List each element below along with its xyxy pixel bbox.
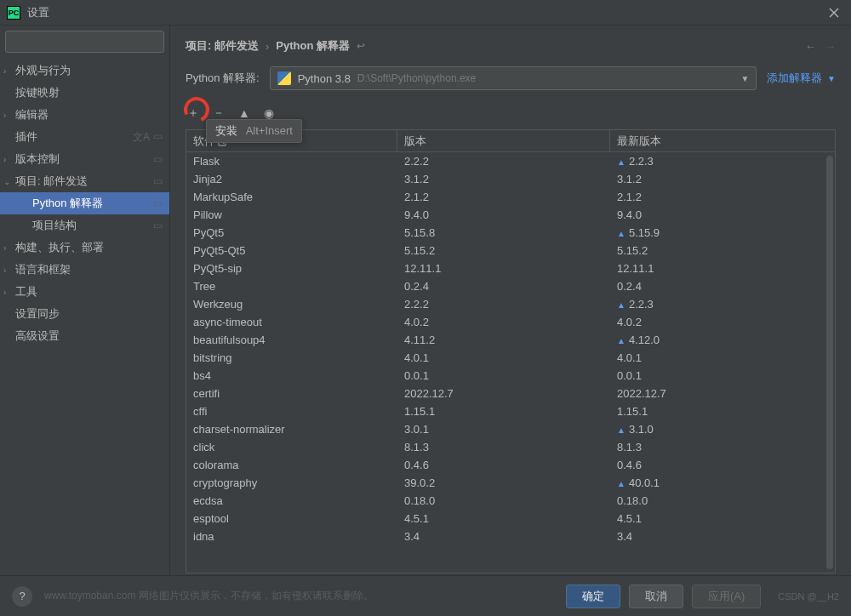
sidebar-item[interactable]: ⌄项目: 邮件发送▭: [0, 170, 169, 192]
table-row[interactable]: Jinja23.1.23.1.2: [186, 170, 835, 188]
cell-name: Jinja2: [186, 173, 397, 185]
interpreter-label: Python 解释器:: [186, 71, 260, 86]
chevron-down-icon: ▼: [827, 74, 836, 83]
table-row[interactable]: Pillow9.4.09.4.0: [186, 206, 835, 224]
cell-latest: 12.11.1: [610, 262, 835, 275]
table-row[interactable]: bitstring4.0.14.0.1: [186, 349, 835, 367]
sidebar-item[interactable]: ›编辑器: [0, 104, 169, 126]
close-icon: [829, 8, 839, 18]
cancel-button[interactable]: 取消: [629, 585, 683, 608]
reset-icon[interactable]: ↩: [357, 40, 365, 52]
nav-back-icon[interactable]: ←: [805, 40, 816, 53]
watermark-text: www.toymoban.com 网络图片仅供展示，不存储，如有侵权请联系删除。: [44, 589, 374, 603]
cell-name: charset-normalizer: [186, 423, 397, 436]
cell-version: 2.2.2: [397, 298, 610, 311]
table-row[interactable]: ecdsa0.18.00.18.0: [186, 492, 835, 510]
header-latest[interactable]: 最新版本: [610, 130, 835, 151]
add-package-button[interactable]: ＋: [187, 106, 199, 121]
chevron-down-icon: ▼: [741, 74, 750, 83]
table-row[interactable]: cryptography39.0.2▲40.0.1: [186, 474, 835, 492]
sidebar-item[interactable]: Python 解释器▭: [0, 192, 169, 214]
sidebar-item[interactable]: 项目结构▭: [0, 214, 169, 237]
upgrade-package-button[interactable]: ▲: [238, 106, 250, 120]
cell-latest: 2022.12.7: [610, 387, 835, 400]
sidebar-item[interactable]: ›工具: [0, 281, 169, 303]
table-row[interactable]: PyQt55.15.8▲5.15.9: [186, 224, 835, 242]
cell-version: 1.15.1: [397, 405, 610, 418]
table-row[interactable]: idna3.43.4: [186, 528, 835, 545]
help-button[interactable]: ?: [12, 586, 32, 607]
sidebar-item[interactable]: ›语言和框架: [0, 259, 169, 281]
sidebar-item[interactable]: ›外观与行为: [0, 60, 169, 82]
project-scope-icon: ▭: [153, 130, 163, 145]
table-row[interactable]: PyQt5-Qt55.15.25.15.2: [186, 242, 835, 260]
cell-latest: ▲4.12.0: [610, 334, 835, 346]
table-row[interactable]: colorama0.4.60.4.6: [186, 456, 835, 474]
show-early-releases-button[interactable]: ◉: [264, 106, 274, 120]
chevron-right-icon: ›: [3, 111, 15, 120]
table-row[interactable]: MarkupSafe2.1.22.1.2: [186, 188, 835, 206]
sidebar-item[interactable]: 设置同步: [0, 303, 169, 325]
update-available-icon: ▲: [617, 229, 625, 238]
table-row[interactable]: charset-normalizer3.0.1▲3.1.0: [186, 420, 835, 438]
project-scope-icon: ▭: [153, 220, 163, 231]
sidebar-item-label: 编辑器: [15, 107, 49, 123]
apply-button[interactable]: 应用(A): [692, 585, 761, 608]
sidebar-item[interactable]: 高级设置: [0, 325, 169, 347]
table-row[interactable]: async-timeout4.0.24.0.2: [186, 313, 835, 331]
sidebar-item[interactable]: ›构建、执行、部署: [0, 237, 169, 259]
scrollbar[interactable]: [826, 156, 833, 569]
chevron-right-icon: ›: [3, 66, 15, 76]
project-scope-icon: ▭: [153, 153, 163, 165]
breadcrumb-page: Python 解释器: [276, 38, 350, 54]
cell-name: async-timeout: [186, 316, 397, 328]
tooltip-shortcut: Alt+Insert: [246, 124, 293, 137]
table-row[interactable]: Werkzeug2.2.2▲2.2.3: [186, 295, 835, 313]
table-row[interactable]: Tree0.2.40.2.4: [186, 277, 835, 295]
table-row[interactable]: esptool4.5.14.5.1: [186, 510, 835, 528]
table-row[interactable]: beautifulsoup44.11.2▲4.12.0: [186, 331, 835, 349]
cell-version: 4.0.1: [397, 351, 610, 364]
sidebar-item[interactable]: 按键映射: [0, 82, 169, 104]
cell-version: 4.5.1: [397, 512, 610, 525]
table-row[interactable]: click8.1.38.1.3: [186, 438, 835, 456]
cell-name: PyQt5: [186, 226, 397, 239]
close-button[interactable]: [824, 3, 844, 23]
cell-name: cffi: [186, 405, 397, 418]
interpreter-select[interactable]: Python 3.8 D:\Soft\Python\python.exe ▼: [270, 66, 757, 90]
table-row[interactable]: certifi2022.12.72022.12.7: [186, 385, 835, 402]
ok-button[interactable]: 确定: [566, 585, 620, 608]
cell-version: 0.0.1: [397, 369, 610, 382]
search-input[interactable]: [5, 31, 164, 53]
breadcrumb-separator: ›: [266, 40, 269, 53]
table-row[interactable]: cffi1.15.11.15.1: [186, 402, 835, 420]
interpreter-path: D:\Soft\Python\python.exe: [357, 72, 476, 84]
cell-version: 0.4.6: [397, 459, 610, 471]
cell-name: Tree: [186, 280, 397, 293]
nav-forward-icon[interactable]: →: [825, 40, 836, 53]
cell-version: 2.2.2: [397, 155, 610, 168]
header-version[interactable]: 版本: [397, 130, 610, 151]
cell-name: bitstring: [186, 351, 397, 364]
table-row[interactable]: bs40.0.10.0.1: [186, 367, 835, 385]
table-row[interactable]: Flask2.2.2▲2.2.3: [186, 152, 835, 170]
sidebar: 🔍 ›外观与行为按键映射›编辑器插件文A▭›版本控制▭⌄项目: 邮件发送▭Pyt…: [0, 26, 170, 575]
update-available-icon: ▲: [617, 479, 625, 488]
chevron-right-icon: ›: [3, 155, 15, 164]
sidebar-item[interactable]: ›版本控制▭: [0, 148, 169, 170]
sidebar-item-label: Python 解释器: [32, 196, 103, 211]
cell-latest: 0.18.0: [610, 494, 835, 507]
cell-latest: ▲5.15.9: [610, 226, 835, 239]
add-interpreter-label: 添加解释器: [767, 71, 822, 84]
python-icon: [277, 71, 291, 85]
cell-version: 9.4.0: [397, 208, 610, 221]
sidebar-item[interactable]: 插件文A▭: [0, 126, 169, 148]
table-body[interactable]: Flask2.2.2▲2.2.3Jinja23.1.23.1.2MarkupSa…: [186, 152, 835, 573]
cell-version: 2.1.2: [397, 191, 610, 203]
content-pane: 项目: 邮件发送 › Python 解释器 ↩ ← → Python 解释器: …: [170, 26, 851, 575]
table-row[interactable]: PyQt5-sip12.11.112.11.1: [186, 260, 835, 277]
add-interpreter-link[interactable]: 添加解释器 ▼: [767, 71, 836, 86]
cell-name: beautifulsoup4: [186, 334, 397, 346]
sidebar-item-label: 工具: [15, 284, 37, 299]
project-scope-icon: ▭: [153, 175, 163, 187]
